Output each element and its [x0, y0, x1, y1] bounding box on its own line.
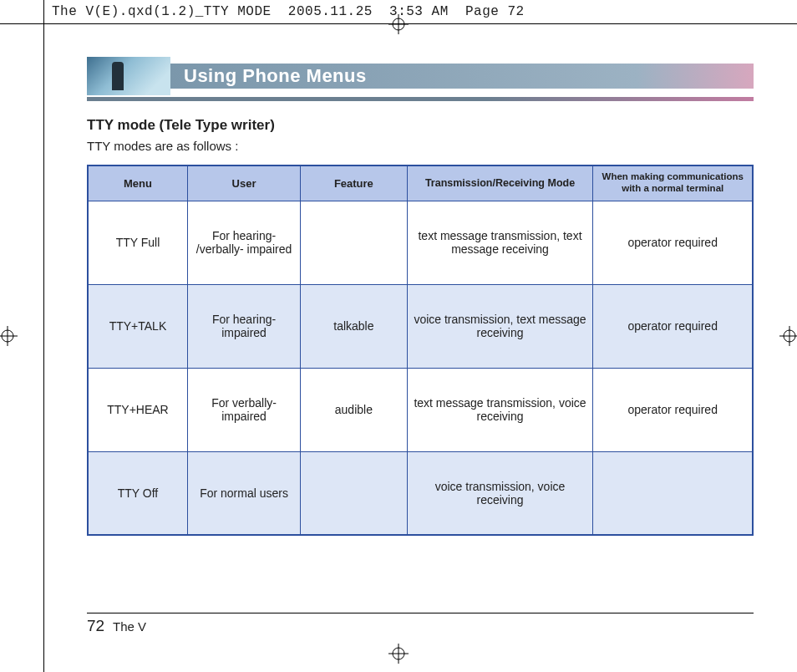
banner-title: Using Phone Menus — [184, 65, 367, 87]
cell-feature: talkable — [301, 284, 407, 368]
th-user: User — [187, 165, 300, 201]
th-mode: Transmission/Receiving Mode — [407, 165, 593, 201]
chapter-banner: Using Phone Menus — [87, 57, 754, 104]
table-row: TTY+TALK For hearing- impaired talkable … — [88, 284, 753, 368]
cell-mode: voice transmission, voice receiving — [407, 451, 593, 535]
cell-user: For hearing- /verbally- impaired — [187, 201, 300, 284]
table-header-row: Menu User Feature Transmission/Receiving… — [88, 165, 753, 201]
banner-photo — [87, 57, 170, 95]
cell-normal: operator required — [593, 368, 753, 451]
section-title: TTY mode (Tele Type writer) — [87, 117, 754, 134]
section-subtext: TTY modes are as follows : — [87, 139, 754, 153]
cell-menu: TTY+TALK — [88, 284, 187, 368]
banner-underline — [87, 97, 754, 101]
page-content: Using Phone Menus TTY mode (Tele Type wr… — [43, 23, 797, 672]
cell-normal — [593, 451, 753, 535]
registration-mark-left — [0, 326, 18, 346]
cell-feature — [301, 201, 407, 284]
doc-name: The V — [113, 619, 146, 634]
cell-menu: TTY+HEAR — [88, 368, 187, 451]
print-slug: The V(E).qxd(1.2)_TTY MODE 2005.11.25 3:… — [52, 4, 525, 19]
cell-mode: voice transmission, text message receivi… — [407, 284, 593, 368]
th-normal: When making communications with a normal… — [593, 165, 753, 201]
cell-user: For normal users — [187, 451, 300, 535]
cell-feature: audible — [301, 368, 407, 451]
cell-mode: text message transmission, text message … — [407, 201, 593, 284]
cell-feature — [301, 451, 407, 535]
table-row: TTY Full For hearing- /verbally- impaire… — [88, 201, 753, 284]
footer-rule — [87, 613, 754, 613]
table-row: TTY Off For normal users voice transmiss… — [88, 451, 753, 535]
cell-normal: operator required — [593, 284, 753, 368]
cell-user: For hearing- impaired — [187, 284, 300, 368]
cell-menu: TTY Off — [88, 451, 187, 535]
cell-normal: operator required — [593, 201, 753, 284]
page-number: 72 — [87, 617, 104, 634]
th-menu: Menu — [88, 165, 187, 201]
banner-bar: Using Phone Menus — [170, 64, 754, 89]
cell-mode: text message transmission, voice receivi… — [407, 368, 593, 451]
page-footer: 72 The V — [87, 617, 146, 635]
cell-user: For verbally- impaired — [187, 368, 300, 451]
tty-modes-table: Menu User Feature Transmission/Receiving… — [87, 165, 754, 536]
table-row: TTY+HEAR For verbally- impaired audible … — [88, 368, 753, 451]
th-feature: Feature — [301, 165, 407, 201]
cell-menu: TTY Full — [88, 201, 187, 284]
